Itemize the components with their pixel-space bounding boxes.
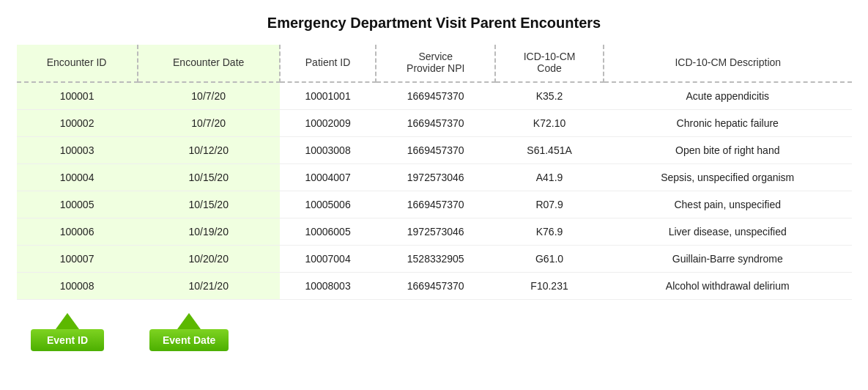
table-row: 10000410/15/20100040071972573046A41.9Sep… xyxy=(17,164,852,191)
cell-encounter-id: 100008 xyxy=(17,273,138,300)
event-date-arrow-icon xyxy=(177,313,201,329)
col-header-encounter-date: Encounter Date xyxy=(138,45,280,82)
cell-patient-id: 10005006 xyxy=(280,191,376,218)
col-header-encounter-id: Encounter ID xyxy=(17,45,138,82)
cell-npi: 1669457370 xyxy=(376,273,495,300)
cell-encounter-date: 10/19/20 xyxy=(138,218,280,246)
table-row: 10000610/19/20100060051972573046K76.9Liv… xyxy=(17,218,852,246)
cell-npi: 1528332905 xyxy=(376,246,495,273)
cell-npi: 1669457370 xyxy=(376,82,495,110)
cell-npi: 1669457370 xyxy=(376,191,495,218)
cell-icd-desc: Liver disease, unspecified xyxy=(604,218,852,246)
table-row: 10000710/20/20100070041528332905G61.0Gui… xyxy=(17,246,852,273)
cell-encounter-date: 10/15/20 xyxy=(138,191,280,218)
cell-icd-desc: Sepsis, unspecified organism xyxy=(604,164,852,191)
table-header-row: Encounter ID Encounter Date Patient ID S… xyxy=(17,45,852,82)
col-header-npi: ServiceProvider NPI xyxy=(376,45,495,82)
cell-patient-id: 10008003 xyxy=(280,273,376,300)
table-row: 10000510/15/20100050061669457370R07.9Che… xyxy=(17,191,852,218)
table-row: 10000310/12/20100030081669457370S61.451A… xyxy=(17,137,852,164)
cell-encounter-id: 100004 xyxy=(17,164,138,191)
cell-encounter-id: 100002 xyxy=(17,110,138,137)
cell-npi: 1972573046 xyxy=(376,164,495,191)
table-row: 10000110/7/20100010011669457370K35.2Acut… xyxy=(17,82,852,110)
page-title: Emergency Department Visit Parent Encoun… xyxy=(267,15,601,32)
cell-patient-id: 10006005 xyxy=(280,218,376,246)
table-row: 10000210/7/20100020091669457370K72.10Chr… xyxy=(17,110,852,137)
event-date-btn-group: Event Date xyxy=(149,313,229,351)
event-id-btn-group: Event ID xyxy=(31,313,104,351)
event-date-button[interactable]: Event Date xyxy=(149,329,229,351)
cell-patient-id: 10003008 xyxy=(280,137,376,164)
table-body: 10000110/7/20100010011669457370K35.2Acut… xyxy=(17,82,852,300)
cell-encounter-date: 10/7/20 xyxy=(138,82,280,110)
cell-patient-id: 10007004 xyxy=(280,246,376,273)
col-header-patient-id: Patient ID xyxy=(280,45,376,82)
cell-icd-desc: Chest pain, unspecified xyxy=(604,191,852,218)
cell-encounter-date: 10/7/20 xyxy=(138,110,280,137)
cell-npi: 1669457370 xyxy=(376,110,495,137)
encounters-table: Encounter ID Encounter Date Patient ID S… xyxy=(17,45,852,300)
cell-icd-code: A41.9 xyxy=(495,164,604,191)
cell-icd-code: K35.2 xyxy=(495,82,604,110)
cell-patient-id: 10001001 xyxy=(280,82,376,110)
cell-encounter-id: 100006 xyxy=(17,218,138,246)
cell-icd-desc: Acute appendicitis xyxy=(604,82,852,110)
table-wrapper: Encounter ID Encounter Date Patient ID S… xyxy=(17,45,852,300)
cell-patient-id: 10002009 xyxy=(280,110,376,137)
cell-icd-desc: Alcohol withdrawal delirium xyxy=(604,273,852,300)
cell-npi: 1669457370 xyxy=(376,137,495,164)
cell-encounter-id: 100001 xyxy=(17,82,138,110)
cell-npi: 1972573046 xyxy=(376,218,495,246)
col-header-icd-code: ICD-10-CMCode xyxy=(495,45,604,82)
cell-patient-id: 10004007 xyxy=(280,164,376,191)
cell-icd-code: G61.0 xyxy=(495,246,604,273)
cell-icd-code: K72.10 xyxy=(495,110,604,137)
cell-encounter-date: 10/21/20 xyxy=(138,273,280,300)
cell-encounter-date: 10/20/20 xyxy=(138,246,280,273)
cell-encounter-id: 100007 xyxy=(17,246,138,273)
bottom-section: Event ID Event Date xyxy=(31,313,229,351)
cell-icd-code: F10.231 xyxy=(495,273,604,300)
table-row: 10000810/21/20100080031669457370F10.231A… xyxy=(17,273,852,300)
cell-encounter-id: 100003 xyxy=(17,137,138,164)
cell-encounter-id: 100005 xyxy=(17,191,138,218)
cell-encounter-date: 10/12/20 xyxy=(138,137,280,164)
cell-icd-code: R07.9 xyxy=(495,191,604,218)
cell-icd-desc: Guillain-Barre syndrome xyxy=(604,246,852,273)
col-header-icd-desc: ICD-10-CM Description xyxy=(604,45,852,82)
cell-encounter-date: 10/15/20 xyxy=(138,164,280,191)
cell-icd-code: K76.9 xyxy=(495,218,604,246)
cell-icd-desc: Chronic hepatic failure xyxy=(604,110,852,137)
event-id-button[interactable]: Event ID xyxy=(31,329,104,351)
event-id-arrow-icon xyxy=(56,313,79,329)
cell-icd-code: S61.451A xyxy=(495,137,604,164)
cell-icd-desc: Open bite of right hand xyxy=(604,137,852,164)
